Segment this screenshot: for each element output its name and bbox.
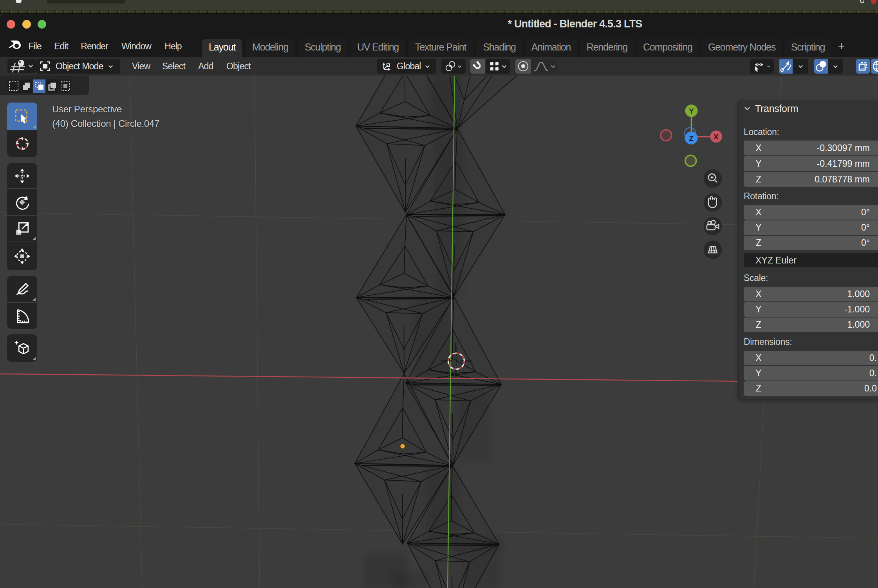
svg-text:Z: Z [689, 134, 694, 142]
svg-text:Y: Y [689, 107, 694, 115]
svg-text:X: X [714, 133, 719, 141]
